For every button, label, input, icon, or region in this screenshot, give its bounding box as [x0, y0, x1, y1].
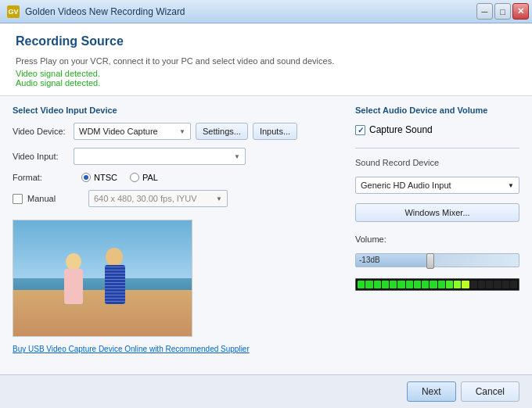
resolution-arrow-icon: ▼: [216, 195, 222, 202]
right-panel: Select Audio Device and Volume ✓ Capture…: [355, 106, 519, 365]
pal-radio[interactable]: PAL: [130, 173, 158, 182]
video-signal-status: Video signal detected.: [16, 69, 516, 78]
resolution-value: 640 x 480, 30.00 fps, IYUV: [94, 194, 196, 203]
sound-record-label: Sound Record Device: [355, 158, 519, 167]
preview-child2: [99, 245, 134, 304]
header-area: Recording Source Press Play on your VCR,…: [0, 23, 532, 96]
pal-label: PAL: [142, 173, 158, 182]
volume-label: Volume:: [355, 234, 519, 244]
vu-bar-9: [422, 281, 429, 288]
vu-bar-13: [454, 281, 461, 288]
manual-checkbox[interactable]: [13, 194, 23, 204]
vu-bar-15: [470, 281, 477, 288]
sound-device-dropdown[interactable]: Generic HD Audio Input ▼: [355, 177, 519, 194]
child1-head: [66, 253, 81, 270]
vu-bar-14: [462, 281, 469, 288]
child2-body: [105, 265, 125, 304]
ntsc-radio[interactable]: NTSC: [81, 173, 117, 182]
vu-bar-16: [478, 281, 485, 288]
vu-bar-6: [397, 281, 404, 288]
volume-thumb[interactable]: [426, 253, 434, 269]
sound-device-arrow-icon: ▼: [508, 182, 514, 189]
maximize-button[interactable]: □: [494, 3, 511, 20]
pal-radio-circle: [130, 173, 139, 182]
title-bar-text: Golden Videos New Recording Wizard: [25, 6, 185, 17]
volume-db-label: -13dB: [359, 256, 380, 264]
vu-bar-1: [358, 281, 365, 288]
capture-sound-label: Capture Sound: [369, 124, 433, 135]
child1-body: [64, 269, 83, 304]
video-device-row: Video Device: WDM Video Capture ▼ Settin…: [13, 123, 340, 140]
left-panel: Select Video Input Device Video Device: …: [13, 106, 340, 365]
volume-track[interactable]: -13dB: [355, 253, 519, 267]
vu-bar-10: [430, 281, 437, 288]
next-button[interactable]: Next: [407, 381, 456, 402]
title-bar: GV Golden Videos New Recording Wizard ─ …: [0, 0, 532, 23]
close-button[interactable]: ✕: [512, 3, 529, 20]
vu-bar-3: [374, 281, 381, 288]
ntsc-radio-circle: [81, 173, 91, 182]
preview-child1: [58, 249, 89, 304]
vu-bar-8: [414, 281, 421, 288]
inputs-button[interactable]: Inputs...: [253, 123, 297, 140]
cancel-button[interactable]: Cancel: [461, 381, 519, 402]
capture-sound-row: ✓ Capture Sound: [355, 124, 519, 135]
video-section-title: Select Video Input Device: [13, 106, 340, 115]
video-device-arrow-icon: ▼: [179, 128, 185, 135]
volume-bar-container: -13dB: [355, 253, 519, 267]
vu-bar-7: [406, 281, 413, 288]
manual-label: Manual: [27, 194, 84, 203]
capture-sound-checkbox[interactable]: ✓: [355, 125, 365, 135]
divider: [355, 148, 519, 149]
vu-bar-19: [502, 281, 509, 288]
vu-bar-11: [438, 281, 445, 288]
video-device-dropdown[interactable]: WDM Video Capture ▼: [74, 123, 191, 140]
video-device-label: Video Device:: [13, 127, 69, 136]
preview-scene: [13, 220, 192, 336]
video-device-value: WDM Video Capture: [79, 127, 158, 136]
video-input-row: Video Input: ▼: [13, 148, 340, 165]
minimize-button[interactable]: ─: [476, 3, 493, 20]
settings-button[interactable]: Settings...: [196, 123, 248, 140]
buy-device-link[interactable]: Buy USB Video Capture Device Online with…: [13, 345, 340, 353]
title-bar-controls: ─ □ ✕: [476, 3, 529, 20]
video-input-dropdown[interactable]: ▼: [74, 148, 246, 165]
ntsc-label: NTSC: [94, 173, 117, 182]
format-row: Format: NTSC PAL: [13, 173, 340, 182]
sound-device-value: Generic HD Audio Input: [361, 181, 451, 190]
video-preview: [13, 220, 192, 337]
content-area: Select Video Input Device Video Device: …: [0, 96, 532, 374]
manual-row: Manual 640 x 480, 30.00 fps, IYUV ▼: [13, 190, 340, 207]
vu-bar-20: [510, 281, 517, 288]
audio-signal-status: Audio signal detected.: [16, 78, 516, 88]
audio-section-title: Select Audio Device and Volume: [355, 106, 519, 115]
main-window: Recording Source Press Play on your VCR,…: [0, 23, 532, 408]
video-input-label: Video Input:: [13, 152, 69, 161]
vu-bar-12: [446, 281, 453, 288]
app-icon-container: GV: [6, 5, 20, 19]
vu-bar-17: [486, 281, 493, 288]
page-title: Recording Source: [16, 34, 516, 48]
vu-meter: [355, 278, 519, 291]
app-icon: GV: [7, 5, 20, 18]
child2-head: [106, 248, 123, 267]
resolution-dropdown[interactable]: 640 x 480, 30.00 fps, IYUV ▼: [88, 190, 228, 207]
header-description: Press Play on your VCR, connect it to yo…: [16, 56, 516, 66]
vu-bar-18: [494, 281, 501, 288]
format-label: Format:: [13, 173, 69, 182]
video-input-arrow-icon: ▼: [234, 153, 240, 160]
footer-area: Next Cancel: [0, 374, 532, 408]
vu-bar-2: [365, 281, 372, 288]
windows-mixer-button[interactable]: Windows Mixer...: [355, 203, 519, 222]
vu-bar-5: [390, 281, 397, 288]
vu-bar-4: [382, 281, 389, 288]
